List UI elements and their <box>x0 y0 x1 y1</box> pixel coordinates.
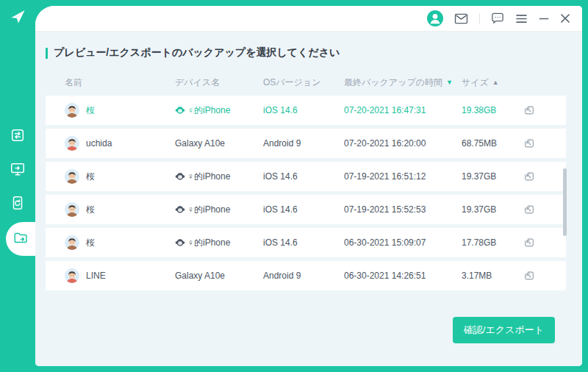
name-cell: uchida <box>65 136 175 151</box>
device-name: Galaxy A10e <box>175 271 225 281</box>
phone-transfer-icon <box>10 127 26 146</box>
column-header: OSバージョン <box>263 76 344 89</box>
name-cell: LINE <box>65 268 175 283</box>
user-avatar-icon <box>65 103 79 118</box>
os-version: iOS 14.6 <box>263 105 344 115</box>
folder-export-icon <box>12 229 29 248</box>
device-name: ♀的iPhone <box>187 104 230 117</box>
column-header-label: 最終バックアップの時間 <box>344 76 442 89</box>
device-cell: Galaxy A10e <box>175 271 263 281</box>
backup-row[interactable]: 桜 ♀的iPhone iOS 14.6 06-30-2021 15:09:07 … <box>46 228 566 257</box>
hamburger-menu-icon <box>515 14 528 24</box>
close-button[interactable] <box>560 13 570 24</box>
monkey-emoji-icon <box>175 105 185 115</box>
confirm-export-button[interactable]: 確認/エクスポート <box>453 317 555 343</box>
backup-name: 桜 <box>86 171 95 183</box>
name-cell: 桜 <box>65 103 175 118</box>
user-avatar-icon <box>65 235 79 250</box>
name-cell: 桜 <box>65 169 175 184</box>
phone-backup-icon <box>10 195 26 214</box>
backup-row[interactable]: 桜 ♀的iPhone iOS 14.6 07-20-2021 16:47:31 … <box>46 96 566 125</box>
backup-row[interactable]: LINE Galaxy A10e Android 9 06-30-2021 14… <box>46 261 566 290</box>
last-backup-time: 07-20-2021 16:20:00 <box>344 138 462 149</box>
titlebar <box>35 6 582 32</box>
mail-button[interactable] <box>454 13 468 24</box>
name-cell: 桜 <box>65 202 175 217</box>
user-avatar-button[interactable] <box>427 10 443 26</box>
sort-arrow-icon: ▲ <box>492 79 499 86</box>
os-version: iOS 14.6 <box>263 171 344 182</box>
device-cell: ♀的iPhone <box>175 171 263 183</box>
monkey-emoji-icon <box>175 171 185 182</box>
user-icon <box>427 10 443 26</box>
action-cell <box>523 237 566 248</box>
preview-backup-icon[interactable] <box>523 270 535 282</box>
device-name: ♀的iPhone <box>187 204 230 216</box>
device-cell: Galaxy A10e <box>175 138 263 149</box>
os-version: iOS 14.6 <box>263 237 344 248</box>
minimize-button[interactable] <box>539 13 549 24</box>
device-cell: ♀的iPhone <box>175 204 263 216</box>
device-name: ♀的iPhone <box>187 237 230 249</box>
column-header: デバイス名 <box>175 76 263 89</box>
column-header: 名前 <box>65 76 175 89</box>
sidebar-item-pc-transfer[interactable] <box>0 156 35 185</box>
device-name: Galaxy A10e <box>175 138 225 149</box>
main-window: プレビュー/エクスポートのバックアップを選択してください 名前 デバイス名 OS… <box>35 6 582 366</box>
preview-backup-icon[interactable] <box>523 171 535 182</box>
backup-size: 3.17MB <box>462 271 523 281</box>
backup-size: 19.37GB <box>462 171 523 182</box>
backup-name: uchida <box>86 138 112 149</box>
close-icon <box>560 13 570 24</box>
backup-name: 桜 <box>86 204 95 216</box>
backup-row[interactable]: 桜 ♀的iPhone iOS 14.6 07-19-2021 16:51:12 … <box>46 162 566 191</box>
chat-bubble-icon <box>491 12 504 24</box>
backup-name: LINE <box>86 271 106 281</box>
preview-backup-icon[interactable] <box>523 204 535 215</box>
preview-backup-icon[interactable] <box>523 137 535 149</box>
mail-icon <box>454 13 468 24</box>
sidebar-item-backup-restore[interactable] <box>0 190 35 219</box>
menu-button[interactable] <box>515 14 528 24</box>
heading-accent-bar <box>46 48 48 59</box>
preview-backup-icon[interactable] <box>523 104 535 116</box>
backup-size: 68.75MB <box>462 138 523 149</box>
table-header-row: 名前 デバイス名 OSバージョン 最終バックアップの時間 ▼ サイズ ▲ <box>46 69 566 96</box>
device-cell: ♀的iPhone <box>175 104 263 117</box>
os-version: iOS 14.6 <box>263 204 344 215</box>
action-cell <box>523 171 566 182</box>
os-version: Android 9 <box>263 138 344 149</box>
action-cell <box>523 270 566 282</box>
minimize-icon <box>539 13 549 24</box>
content-area: プレビュー/エクスポートのバックアップを選択してください 名前 デバイス名 OS… <box>35 32 582 366</box>
table-body: 桜 ♀的iPhone iOS 14.6 07-20-2021 16:47:31 … <box>46 96 566 290</box>
backup-name: 桜 <box>86 237 95 249</box>
column-header[interactable]: 最終バックアップの時間 ▼ <box>344 76 462 89</box>
page-heading: プレビュー/エクスポートのバックアップを選択してください <box>46 46 566 60</box>
action-cell <box>523 104 566 116</box>
preview-backup-icon[interactable] <box>523 237 535 248</box>
sort-arrow-icon: ▼ <box>446 79 453 86</box>
column-header-label: デバイス名 <box>175 76 220 89</box>
last-backup-time: 07-19-2021 16:51:12 <box>344 171 462 182</box>
column-header-label: 名前 <box>65 76 82 89</box>
backup-row[interactable]: uchida Galaxy A10e Android 9 07-20-2021 … <box>46 129 566 158</box>
sidebar <box>0 0 35 372</box>
titlebar-divider <box>479 13 480 24</box>
backup-size: 17.78GB <box>462 237 523 248</box>
column-header[interactable]: サイズ ▲ <box>462 76 523 89</box>
app-logo-icon <box>10 8 26 25</box>
action-cell <box>523 137 566 149</box>
column-header-label: OSバージョン <box>263 76 320 89</box>
device-cell: ♀的iPhone <box>175 237 263 249</box>
user-avatar-icon <box>65 268 79 283</box>
monkey-emoji-icon <box>175 237 185 248</box>
sidebar-item-phone-transfer[interactable] <box>0 122 35 151</box>
backup-row[interactable]: 桜 ♀的iPhone iOS 14.6 07-19-2021 15:52:53 … <box>46 195 566 224</box>
os-version: Android 9 <box>263 271 344 281</box>
feedback-chat-button[interactable] <box>491 12 504 24</box>
monkey-emoji-icon <box>175 204 185 215</box>
vertical-scrollbar-thumb[interactable] <box>563 168 567 236</box>
column-header-label: サイズ <box>462 76 489 89</box>
sidebar-item-export-backup[interactable] <box>6 222 35 256</box>
